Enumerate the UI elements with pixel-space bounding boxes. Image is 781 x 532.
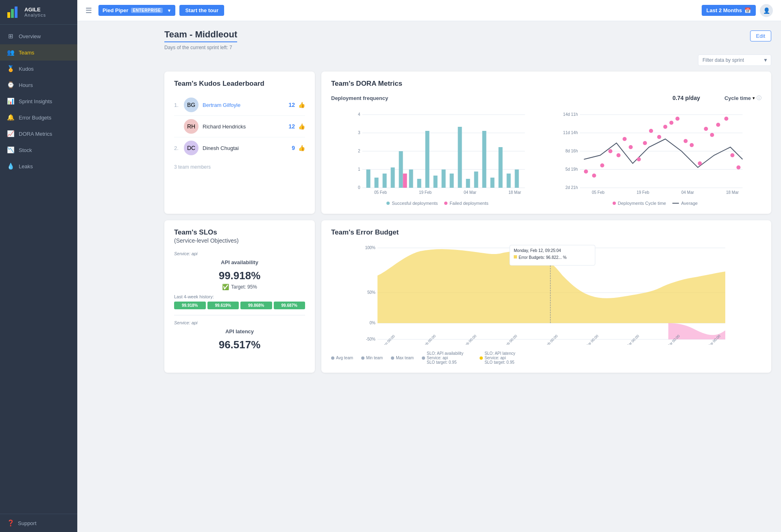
dora-header: Deployment frequency 0.74 p/day Cycle ti… (331, 94, 761, 102)
legend-min-team: Min team (361, 351, 383, 365)
svg-rect-21 (425, 131, 430, 188)
slo-service-1: Service: api (174, 251, 305, 256)
thumbs-icon-1: 👍 (298, 102, 305, 108)
svg-rect-31 (507, 174, 511, 188)
sidebar-label-leaks: Leaks (19, 163, 33, 169)
sidebar-item-sprint-insights[interactable]: 📊 Sprint Insights (0, 93, 77, 109)
svg-rect-30 (499, 147, 503, 188)
svg-rect-20 (417, 179, 421, 188)
api-latency-value: 96.517% (174, 339, 305, 351)
svg-rect-23 (442, 169, 446, 188)
svg-point-56 (649, 129, 653, 133)
sidebar-item-hours[interactable]: ⌚ Hours (0, 77, 77, 93)
sidebar-item-dora-metrics[interactable]: 📈 DORA Metrics (0, 126, 77, 142)
svg-point-52 (623, 137, 627, 141)
sidebar-label-teams: Teams (19, 50, 34, 56)
cycle-time-chevron: ▾ (753, 96, 755, 101)
team-members-count: 3 team members (174, 164, 305, 170)
sprint-icon: 📊 (7, 97, 15, 105)
svg-text:18 Mar: 18 Mar (726, 190, 739, 195)
svg-text:04 Mar: 04 Mar (681, 190, 694, 195)
deployment-chart: 4 3 2 1 0 (331, 106, 544, 206)
svg-text:3: 3 (358, 130, 360, 135)
svg-rect-16 (391, 167, 395, 188)
svg-point-49 (600, 163, 604, 167)
target-check-icon: ✅ (222, 284, 229, 290)
avatar-gilfoyle: BG (184, 98, 199, 112)
svg-text:05 Feb: 05 Feb (592, 190, 605, 195)
kudos-count-1: 12 (288, 102, 295, 108)
svg-point-61 (684, 139, 688, 143)
kudos-icon: 🏅 (7, 65, 15, 73)
error-budget-card: Team's Error Budget 100% 50% 0% -50% (321, 220, 771, 373)
legend-successful: Succesful deployments (386, 201, 438, 206)
api-availability-label: API availability (174, 259, 305, 265)
support-link[interactable]: ❓ Support (0, 514, 77, 532)
svg-point-58 (663, 125, 668, 129)
legend-failed-label: Failed deployments (449, 201, 488, 206)
app-name: AGILE (24, 7, 46, 13)
avatar-dinesh: DC (184, 141, 199, 155)
legend-cycle-time: Deployments Cycle time (613, 201, 666, 206)
page-header: Team - Middleout Edit (164, 29, 771, 42)
svg-rect-19 (409, 169, 413, 188)
topbar: ☰ Pied Piper ENTERPRISE ▼ Start the tour… (77, 0, 781, 21)
org-selector[interactable]: Pied Piper ENTERPRISE ▼ (98, 5, 175, 16)
cycle-time-info-icon: ⓘ (757, 95, 761, 102)
legend-cycle-label: Deployments Cycle time (618, 201, 666, 206)
sprint-filter[interactable]: Filter data by sprint (698, 54, 771, 66)
sidebar-item-stock[interactable]: 📉 Stock (0, 142, 77, 158)
user-avatar[interactable]: 👤 (760, 4, 773, 17)
legend-average: Average (672, 201, 698, 206)
error-budget-legend: Avg team Min team Max team SLO: API avai… (331, 348, 761, 365)
slo-card: Team's SLOs (Service-level Objectives) S… (164, 220, 315, 373)
app-sub: Analytics (24, 13, 46, 18)
error-budget-title: Team's Error Budget (331, 228, 761, 237)
svg-point-57 (657, 135, 661, 139)
svg-text:19 Feb: 19 Feb (637, 190, 650, 195)
tour-button[interactable]: Start the tour (179, 5, 224, 16)
sidebar-item-leaks[interactable]: 💧 Leaks (0, 158, 77, 174)
svg-rect-24 (450, 174, 454, 188)
hamburger-icon[interactable]: ☰ (85, 6, 92, 15)
svg-point-59 (670, 121, 674, 125)
filter-row: Filter data by sprint ▼ (164, 54, 771, 66)
sidebar-item-error-budgets[interactable]: 🔔 Error Budgets (0, 109, 77, 126)
svg-text:8d 16h: 8d 16h (565, 149, 578, 153)
svg-rect-27 (474, 172, 478, 188)
svg-rect-84 (514, 255, 517, 258)
leaderboard-item: RH Richard Hendricks 12 👍 (174, 116, 305, 137)
left-legend: Avg team Min team Max team SLO: API avai… (331, 351, 463, 365)
svg-point-66 (716, 123, 720, 127)
dora-icon: 📈 (7, 130, 15, 138)
date-range-button[interactable]: Last 2 Months 📅 (702, 5, 756, 16)
date-range-label: Last 2 Months (707, 7, 742, 13)
deployment-chart-svg: 4 3 2 1 0 (331, 106, 544, 196)
svg-point-55 (643, 141, 647, 145)
sidebar-label-sprint: Sprint Insights (19, 98, 52, 104)
slo-service-2: Service: api (174, 320, 305, 325)
api-latency-section: API latency 96.517% (174, 328, 305, 351)
legend-successful-label: Succesful deployments (392, 201, 438, 206)
deployment-legend: Succesful deployments Failed deployments (331, 201, 544, 206)
page-title: Team - Middleout (164, 29, 237, 42)
svg-point-64 (704, 127, 708, 131)
kudos-title: Team's Kudos Leaderboard (174, 80, 305, 88)
svg-point-65 (710, 133, 714, 137)
svg-text:1: 1 (358, 167, 360, 172)
legend-slo-api-latency: SLO: API latency Service: api SLO target… (480, 351, 515, 365)
edit-button[interactable]: Edit (750, 30, 771, 41)
api-latency-label: API latency (174, 328, 305, 334)
rank-1: 1. (174, 102, 184, 108)
sidebar-item-teams[interactable]: 👥 Teams (0, 44, 77, 61)
svg-text:05 Feb: 05 Feb (374, 190, 387, 195)
sidebar-item-kudos[interactable]: 🏅 Kudos (0, 61, 77, 77)
slo-title: Team's SLOs (Service-level Objectives) (174, 228, 305, 245)
svg-point-54 (637, 157, 641, 161)
svg-rect-18 (403, 174, 407, 188)
sidebar-item-overview[interactable]: ⊞ Overview (0, 28, 77, 44)
svg-point-60 (676, 117, 680, 121)
api-availability-target: ✅ Target: 95% (174, 284, 305, 290)
sidebar-label-stock: Stock (19, 147, 32, 153)
top-cards-row: Team's Kudos Leaderboard 1. BG Bertram G… (164, 72, 771, 214)
